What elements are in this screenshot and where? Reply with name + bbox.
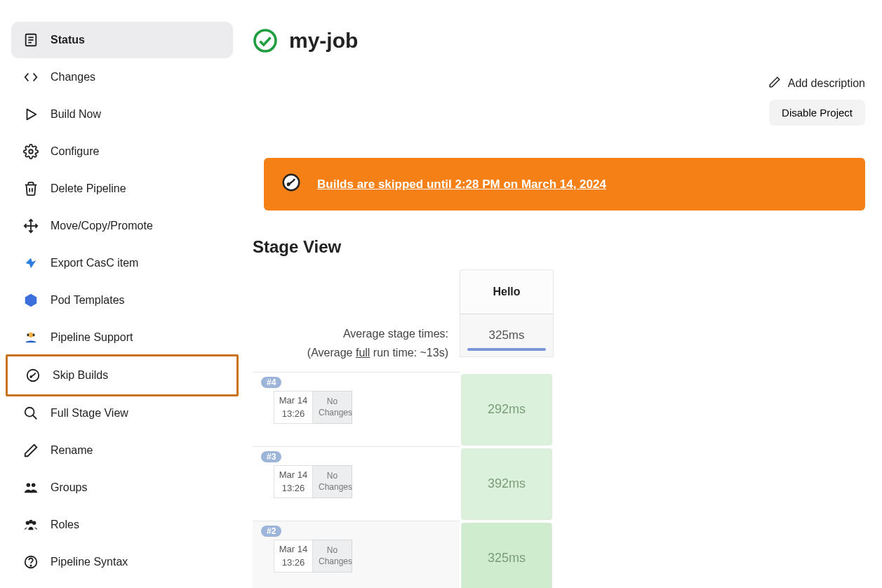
skip-builds-banner[interactable]: Builds are skipped until 2:28 PM on Marc… [264, 158, 865, 211]
sidebar-item-roles[interactable]: Roles [11, 507, 233, 543]
avg-stage-time-value: 325ms [460, 314, 554, 357]
add-description-label: Add description [788, 77, 865, 90]
sidebar-item-label: Groups [51, 481, 87, 494]
help-icon [22, 554, 39, 570]
sidebar-item-label: Status [51, 34, 85, 46]
build-date: Mar 14 13:26 [274, 540, 313, 572]
svg-point-15 [30, 376, 32, 377]
sidebar-item-label: Pod Templates [51, 294, 125, 307]
sidebar-item-configure[interactable]: Configure [11, 133, 233, 170]
sidebar-item-pipeline-syntax[interactable]: Pipeline Syntax [11, 544, 233, 580]
pod-icon [22, 292, 39, 309]
page-icon [22, 32, 39, 48]
export-icon [22, 255, 39, 272]
code-icon [22, 69, 39, 86]
sidebar-item-label: Configure [51, 145, 99, 158]
build-id-pill[interactable]: #3 [261, 451, 281, 462]
svg-point-11 [28, 333, 33, 338]
build-date: Mar 14 13:26 [274, 391, 313, 423]
build-changes: No Changes [313, 540, 352, 572]
svg-point-5 [29, 149, 33, 154]
stage-view-table: Hello Average stage times: (Average full… [253, 269, 554, 588]
sidebar: Status Changes Build Now Configure Delet [0, 14, 239, 581]
disable-project-button[interactable]: Disable Project [769, 100, 865, 126]
svg-point-16 [25, 408, 34, 417]
table-row: #2 Mar 14 13:26 No Changes 325ms [253, 521, 554, 588]
sidebar-item-label: Changes [51, 71, 95, 83]
sidebar-item-rename[interactable]: Rename [11, 432, 233, 469]
svg-rect-13 [33, 334, 35, 337]
svg-point-25 [255, 30, 276, 51]
sidebar-item-label: Full Stage View [51, 407, 128, 420]
svg-marker-4 [27, 109, 36, 120]
build-id-pill[interactable]: #4 [261, 377, 281, 388]
play-icon [22, 106, 39, 123]
pencil-icon [22, 442, 39, 459]
table-row: #3 Mar 14 13:26 No Changes 392ms [253, 447, 554, 521]
sidebar-item-label: Export CasC item [51, 257, 138, 269]
svg-point-27 [288, 183, 290, 185]
sidebar-item-export-casc[interactable]: Export CasC item [11, 245, 233, 281]
build-stage-duration[interactable]: 392ms [461, 448, 552, 520]
sidebar-item-label: Move/Copy/Promote [51, 220, 153, 232]
sidebar-item-full-stage-view[interactable]: Full Stage View [11, 395, 233, 432]
sidebar-item-label: Rename [51, 444, 93, 457]
main-content: my-job Add description Disable Project B… [239, 14, 882, 588]
svg-rect-12 [27, 334, 29, 337]
svg-marker-10 [25, 294, 37, 307]
sidebar-item-changes[interactable]: Changes [11, 59, 233, 95]
gear-icon [22, 143, 39, 160]
svg-point-24 [30, 565, 31, 566]
sidebar-item-skip-builds[interactable]: Skip Builds [13, 357, 231, 394]
sidebar-item-label: Delete Pipeline [51, 182, 126, 195]
sidebar-item-label: Skip Builds [53, 369, 108, 382]
sidebar-item-label: Build Now [51, 108, 101, 121]
trash-icon [22, 180, 39, 197]
roles-icon [22, 516, 39, 533]
banner-message: Builds are skipped until 2:28 PM on Marc… [317, 178, 606, 192]
pencil-icon [768, 76, 781, 91]
sidebar-item-pipeline-support[interactable]: Pipeline Support [11, 319, 233, 356]
svg-point-19 [32, 483, 35, 488]
stage-view-title: Stage View [253, 237, 865, 257]
svg-point-18 [27, 483, 31, 488]
skip-icon [25, 367, 41, 384]
table-row: #4 Mar 14 13:26 No Changes 292ms [253, 373, 554, 447]
sidebar-item-label: Pipeline Support [51, 331, 133, 344]
move-icon [22, 218, 39, 234]
status-success-icon [253, 28, 278, 53]
sidebar-item-build-now[interactable]: Build Now [11, 96, 233, 133]
build-id-pill[interactable]: #2 [261, 526, 281, 537]
support-icon [22, 329, 39, 346]
avg-stage-times-label: Average stage times: (Average full run t… [253, 314, 460, 373]
groups-icon [22, 479, 39, 496]
build-date: Mar 14 13:26 [274, 465, 313, 497]
add-description-link[interactable]: Add description [768, 76, 865, 91]
page-title: my-job [289, 29, 358, 53]
sidebar-item-move-copy-promote[interactable]: Move/Copy/Promote [11, 208, 233, 244]
build-changes: No Changes [313, 465, 352, 497]
svg-line-17 [33, 415, 37, 420]
skip-icon [281, 172, 302, 196]
search-icon [22, 405, 39, 422]
svg-point-22 [29, 520, 33, 524]
build-changes: No Changes [313, 391, 352, 423]
sidebar-item-groups[interactable]: Groups [11, 469, 233, 506]
stage-column-header: Hello [460, 269, 554, 314]
sidebar-item-status[interactable]: Status [11, 22, 233, 58]
highlight-skip-builds: Skip Builds [6, 354, 239, 396]
sidebar-item-delete-pipeline[interactable]: Delete Pipeline [11, 171, 233, 207]
sidebar-item-label: Roles [51, 519, 79, 531]
sidebar-item-label: Pipeline Syntax [51, 556, 128, 568]
build-stage-duration[interactable]: 325ms [461, 523, 552, 588]
sidebar-item-pod-templates[interactable]: Pod Templates [11, 282, 233, 319]
build-stage-duration[interactable]: 292ms [461, 374, 552, 446]
